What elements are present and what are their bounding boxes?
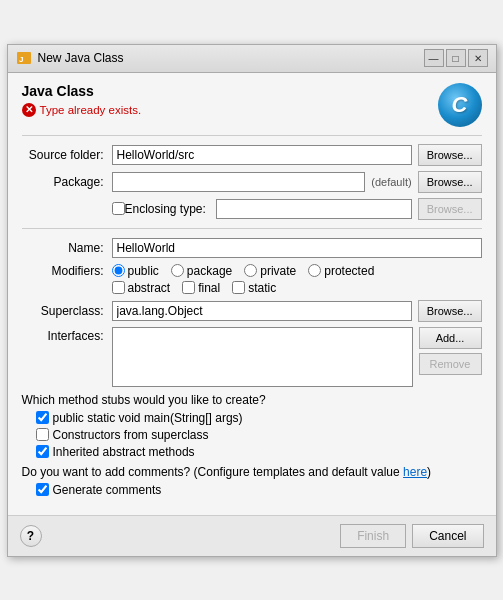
close-button[interactable]: ✕ [468, 49, 488, 67]
stub-constructors-label: Constructors from superclass [53, 428, 209, 442]
superclass-browse-button[interactable]: Browse... [418, 300, 482, 322]
modifier-final-option[interactable]: final [182, 281, 220, 295]
source-folder-input[interactable] [112, 145, 412, 165]
modifier-package-label: package [187, 264, 232, 278]
modifier-static-label: static [248, 281, 276, 295]
name-label: Name: [22, 241, 112, 255]
comments-title: Do you want to add comments? (Configure … [22, 465, 482, 479]
modifier-package-radio[interactable] [171, 264, 184, 277]
eclipse-logo: C [438, 83, 482, 127]
modifier-public-label: public [128, 264, 159, 278]
modifier-public-option[interactable]: public [112, 264, 159, 278]
modifier-package-option[interactable]: package [171, 264, 232, 278]
modifier-public-radio[interactable] [112, 264, 125, 277]
stub-constructors-option[interactable]: Constructors from superclass [36, 428, 482, 442]
modifier-static-option[interactable]: static [232, 281, 276, 295]
title-bar-controls: — □ ✕ [424, 49, 488, 67]
maximize-button[interactable]: □ [446, 49, 466, 67]
stubs-section: Which method stubs would you like to cre… [22, 393, 482, 459]
source-folder-browse-button[interactable]: Browse... [418, 144, 482, 166]
dialog-title: Java Class [22, 83, 438, 99]
footer-left: ? [20, 525, 42, 547]
modifiers-radio-group: public package private protected [112, 264, 482, 278]
modifier-private-label: private [260, 264, 296, 278]
minimize-button[interactable]: — [424, 49, 444, 67]
generate-comments-label: Generate comments [53, 483, 162, 497]
stub-main-option[interactable]: public static void main(String[] args) [36, 411, 482, 425]
package-field: (default) Browse... [112, 171, 482, 193]
enclosing-checkbox-row: Enclosing type: [112, 202, 206, 216]
superclass-input[interactable] [112, 301, 412, 321]
superclass-row: Superclass: Browse... [22, 300, 482, 322]
error-text: Type already exists. [40, 104, 142, 116]
help-button[interactable]: ? [20, 525, 42, 547]
dialog-icon: J [16, 50, 32, 66]
name-input[interactable] [112, 238, 482, 258]
interfaces-label: Interfaces: [22, 327, 112, 387]
comments-title-end: ) [427, 465, 431, 479]
enclosing-input[interactable] [216, 199, 412, 219]
interfaces-buttons: Add... Remove [419, 327, 482, 387]
stub-inherited-label: Inherited abstract methods [53, 445, 195, 459]
cancel-button[interactable]: Cancel [412, 524, 483, 548]
enclosing-browse-button[interactable]: Browse... [418, 198, 482, 220]
comments-section: Do you want to add comments? (Configure … [22, 465, 482, 497]
modifier-final-label: final [198, 281, 220, 295]
remove-interface-button[interactable]: Remove [419, 353, 482, 375]
modifier-abstract-checkbox[interactable] [112, 281, 125, 294]
name-field [112, 238, 482, 258]
package-input[interactable] [112, 172, 366, 192]
interfaces-section: Interfaces: Add... Remove [22, 327, 482, 387]
stub-constructors-checkbox[interactable] [36, 428, 49, 441]
error-icon: ✕ [22, 103, 36, 117]
enclosing-field: Enclosing type: Browse... [112, 198, 482, 220]
header-left: Java Class ✕ Type already exists. [22, 83, 438, 117]
stub-inherited-checkbox[interactable] [36, 445, 49, 458]
modifiers-row: Modifiers: public package private [22, 264, 482, 295]
header-section: Java Class ✕ Type already exists. C [22, 83, 482, 136]
package-label: Package: [22, 175, 112, 189]
modifier-abstract-label: abstract [128, 281, 171, 295]
modifier-private-option[interactable]: private [244, 264, 296, 278]
modifier-abstract-option[interactable]: abstract [112, 281, 171, 295]
stubs-title: Which method stubs would you like to cre… [22, 393, 482, 407]
source-folder-label: Source folder: [22, 148, 112, 162]
generate-comments-option[interactable]: Generate comments [36, 483, 482, 497]
comments-here-link[interactable]: here [403, 465, 427, 479]
stub-main-label: public static void main(String[] args) [53, 411, 243, 425]
dialog-body: Java Class ✕ Type already exists. C Sour… [8, 73, 496, 515]
interfaces-textarea[interactable] [112, 327, 413, 387]
title-bar: J New Java Class — □ ✕ [8, 45, 496, 73]
dialog-footer: ? Finish Cancel [8, 515, 496, 556]
divider-1 [22, 228, 482, 229]
modifiers-label: Modifiers: [22, 264, 112, 278]
stub-inherited-option[interactable]: Inherited abstract methods [36, 445, 482, 459]
source-folder-field: Browse... [112, 144, 482, 166]
title-bar-text: New Java Class [38, 51, 124, 65]
modifiers-check-group: abstract final static [112, 281, 482, 295]
add-interface-button[interactable]: Add... [419, 327, 482, 349]
package-row: Package: (default) Browse... [22, 171, 482, 193]
error-row: ✕ Type already exists. [22, 103, 438, 117]
enclosing-text: Enclosing type: [125, 202, 206, 216]
modifier-final-checkbox[interactable] [182, 281, 195, 294]
superclass-label: Superclass: [22, 304, 112, 318]
title-bar-left: J New Java Class [16, 50, 124, 66]
modifier-private-radio[interactable] [244, 264, 257, 277]
footer-right: Finish Cancel [340, 524, 483, 548]
modifiers-container: public package private protected [112, 264, 482, 295]
name-row: Name: [22, 237, 482, 259]
package-default: (default) [371, 176, 411, 188]
modifier-protected-option[interactable]: protected [308, 264, 374, 278]
enclosing-checkbox[interactable] [112, 202, 125, 215]
generate-comments-checkbox[interactable] [36, 483, 49, 496]
modifier-protected-label: protected [324, 264, 374, 278]
modifier-protected-radio[interactable] [308, 264, 321, 277]
new-java-class-dialog: J New Java Class — □ ✕ Java Class ✕ Type… [7, 44, 497, 557]
superclass-field: Browse... [112, 300, 482, 322]
modifier-static-checkbox[interactable] [232, 281, 245, 294]
source-folder-row: Source folder: Browse... [22, 144, 482, 166]
package-browse-button[interactable]: Browse... [418, 171, 482, 193]
finish-button[interactable]: Finish [340, 524, 406, 548]
stub-main-checkbox[interactable] [36, 411, 49, 424]
